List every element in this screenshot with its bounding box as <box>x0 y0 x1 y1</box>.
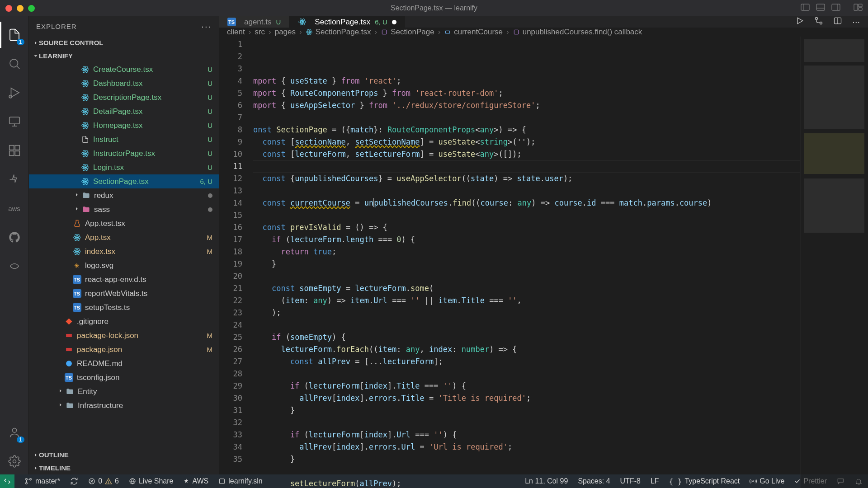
svg-point-64 <box>66 361 72 366</box>
svg-point-71 <box>820 22 822 24</box>
maximize-window-button[interactable] <box>28 5 35 12</box>
remote-indicator[interactable] <box>0 474 14 488</box>
file-tree-item[interactable]: Infrastructure <box>29 399 219 413</box>
scm-status: U <box>208 164 212 171</box>
svg-rect-63 <box>66 348 72 351</box>
minimize-window-button[interactable] <box>17 5 24 12</box>
file-label: tsconfig.json <box>77 373 212 382</box>
remote-explorer-activity[interactable] <box>0 108 29 135</box>
panel-toggle-bottom-icon[interactable] <box>816 4 825 13</box>
problems-indicator[interactable]: 0 6 <box>88 477 119 485</box>
file-label: setupTests.ts <box>85 303 212 312</box>
file-tree-item[interactable]: SectionPage.tsx6, U <box>29 174 219 188</box>
settings-activity[interactable] <box>0 448 29 474</box>
timeline-section[interactable]: TIMELINE <box>29 461 219 474</box>
file-tree-item[interactable]: DescriptionPage.tsxU <box>29 90 219 104</box>
svg-line-10 <box>17 66 19 69</box>
file-tree-item[interactable]: package.jsonM <box>29 343 219 357</box>
breadcrumb-item[interactable]: pages <box>275 28 296 37</box>
thunder-activity[interactable] <box>0 166 29 192</box>
panel-toggle-right-icon[interactable] <box>831 4 840 13</box>
file-tree-item[interactable]: App.tsxM <box>29 230 219 244</box>
file-label: Homepage.tsx <box>93 121 208 130</box>
file-label: App.test.tsx <box>85 219 212 228</box>
modified-dot-icon <box>392 20 396 24</box>
breadcrumbs[interactable]: client›src›pages›SectionPage.tsx›Section… <box>219 28 868 37</box>
file-label: Login.tsx <box>93 163 208 172</box>
project-section[interactable]: LEARNIFY <box>29 49 219 62</box>
file-tree-item[interactable]: TSreportWebVitals.ts <box>29 286 219 300</box>
source-control-section[interactable]: SOURCE CONTROL <box>29 36 219 49</box>
editor-tab[interactable]: TSagent.tsU <box>219 16 289 28</box>
layout-customize-icon[interactable] <box>854 4 863 13</box>
editor-tab[interactable]: SectionPage.tsx6, U <box>289 16 405 28</box>
breadcrumb-item[interactable]: currentCourse <box>444 28 503 37</box>
file-tree-item[interactable]: App.test.tsx <box>29 216 219 230</box>
file-tree-item[interactable]: Dashboard.tsxU <box>29 76 219 90</box>
breadcrumb-item[interactable]: SectionPage.tsx <box>306 28 371 37</box>
file-tree-item[interactable]: .gitignore <box>29 314 219 328</box>
branch-indicator[interactable]: master* <box>24 477 60 485</box>
file-tree-item[interactable]: redux <box>29 188 219 202</box>
svg-rect-80 <box>514 30 518 34</box>
liveshare-indicator[interactable]: Live Share <box>129 477 174 485</box>
scm-status: M <box>207 346 213 353</box>
share-activity[interactable] <box>0 253 29 279</box>
file-tree-item[interactable]: ✳logo.svg <box>29 258 219 272</box>
search-activity[interactable] <box>0 51 29 77</box>
breadcrumb-item[interactable]: src <box>255 28 265 37</box>
split-editor-icon[interactable] <box>833 16 842 28</box>
aws-activity[interactable]: aws <box>0 195 29 221</box>
project-label: LEARNIFY <box>39 52 73 60</box>
file-tree-item[interactable]: Entity <box>29 385 219 399</box>
run-debug-activity[interactable] <box>0 80 29 106</box>
github-activity[interactable] <box>0 224 29 250</box>
code-editor[interactable]: 1234567891011121314151617181920212223242… <box>219 37 868 488</box>
explorer-more-icon[interactable]: ··· <box>201 21 212 32</box>
svg-rect-19 <box>15 151 19 155</box>
file-tree-item[interactable]: package-lock.jsonM <box>29 328 219 343</box>
file-label: InstructorPage.tsx <box>93 149 208 158</box>
file-tree-item[interactable]: TSreact-app-env.d.ts <box>29 272 219 286</box>
activity-bar: 1 aws 1 <box>0 16 29 474</box>
minimap[interactable] <box>800 37 868 488</box>
svg-point-74 <box>308 32 310 33</box>
extensions-activity[interactable] <box>0 137 29 164</box>
file-tree: CreateCourse.tsxUDashboard.tsxUDescripti… <box>29 62 219 448</box>
file-tree-item[interactable]: Login.tsxU <box>29 160 219 174</box>
line-gutter: 1234567891011121314151617181920212223242… <box>219 37 253 488</box>
file-tree-item[interactable]: InstructorPage.tsxU <box>29 146 219 160</box>
file-tree-item[interactable]: README.md <box>29 357 219 371</box>
svg-point-82 <box>26 483 28 484</box>
svg-point-21 <box>13 460 16 463</box>
file-tree-item[interactable]: CreateCourse.tsxU <box>29 62 219 76</box>
explorer-activity[interactable]: 1 <box>0 22 29 48</box>
diff-icon[interactable] <box>814 16 823 28</box>
breadcrumb-item[interactable]: unpublishedCourses.find() callback <box>513 28 642 37</box>
svg-rect-2 <box>816 4 825 10</box>
file-tree-item[interactable]: InstructU <box>29 132 219 146</box>
outline-section[interactable]: OUTLINE <box>29 448 219 461</box>
file-tree-item[interactable]: TSsetupTests.ts <box>29 300 219 314</box>
chevron-right-icon: › <box>438 28 441 37</box>
file-tree-item[interactable]: index.tsxM <box>29 244 219 258</box>
accounts-activity[interactable]: 1 <box>0 419 29 446</box>
file-tree-item[interactable]: sass <box>29 202 219 216</box>
editor-more-icon[interactable]: ··· <box>852 17 860 27</box>
sync-indicator[interactable] <box>70 477 78 485</box>
breadcrumb-item[interactable]: SectionPage <box>381 28 434 37</box>
run-icon[interactable] <box>795 16 804 28</box>
close-window-button[interactable] <box>5 5 12 12</box>
code-content[interactable]: mport { useState } from 'react';mport { … <box>253 37 800 488</box>
panel-toggle-left-icon[interactable] <box>801 4 810 13</box>
file-tree-item[interactable]: TStsconfig.json <box>29 371 219 385</box>
file-label: redux <box>94 191 208 200</box>
aws-indicator[interactable]: AWS <box>183 477 208 485</box>
file-tree-item[interactable]: DetailPage.tsxU <box>29 104 219 118</box>
scm-status: M <box>207 248 213 255</box>
breadcrumb-item[interactable]: client <box>227 28 245 37</box>
explorer-sidebar: EXPLORER ··· SOURCE CONTROL LEARNIFY Cre… <box>29 16 219 474</box>
svg-point-22 <box>84 69 85 70</box>
file-tree-item[interactable]: Homepage.tsxU <box>29 118 219 132</box>
scm-status: U <box>208 136 212 143</box>
